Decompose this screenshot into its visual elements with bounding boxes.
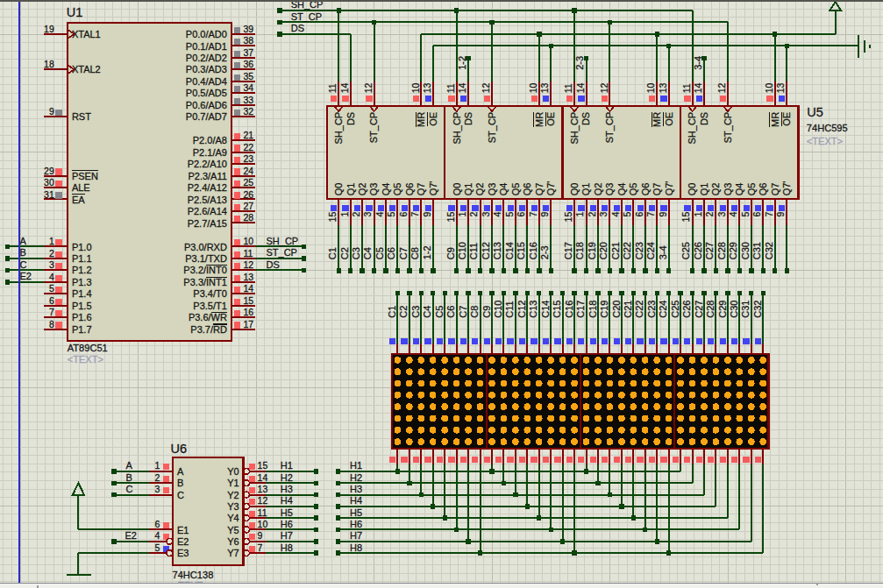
svg-text:Q1: Q1 bbox=[463, 183, 474, 196]
svg-text:Q4: Q4 bbox=[616, 183, 627, 196]
svg-text:C26: C26 bbox=[693, 242, 703, 259]
svg-text:Q6: Q6 bbox=[404, 183, 415, 196]
svg-text:2-3: 2-3 bbox=[574, 56, 585, 70]
svg-text:1: 1 bbox=[693, 212, 703, 217]
svg-text:11: 11 bbox=[244, 248, 253, 259]
svg-text:OE: OE bbox=[664, 112, 674, 126]
svg-text:Q4: Q4 bbox=[734, 183, 744, 196]
svg-text:C32: C32 bbox=[764, 242, 774, 259]
svg-text:E2: E2 bbox=[177, 536, 189, 547]
svg-text:1: 1 bbox=[339, 212, 350, 217]
svg-text:4: 4 bbox=[49, 272, 54, 282]
svg-text:1: 1 bbox=[574, 212, 585, 217]
svg-text:C8: C8 bbox=[469, 306, 480, 318]
svg-text:C5: C5 bbox=[374, 247, 385, 259]
svg-text:7: 7 bbox=[528, 212, 538, 217]
svg-text:13: 13 bbox=[539, 82, 550, 93]
svg-text:ST_CP: ST_CP bbox=[368, 112, 379, 143]
svg-text:C23: C23 bbox=[634, 242, 644, 259]
svg-text:2: 2 bbox=[587, 212, 597, 217]
svg-text:DS: DS bbox=[291, 23, 304, 33]
svg-text:DS: DS bbox=[267, 259, 280, 270]
svg-text:Q0: Q0 bbox=[452, 183, 462, 196]
svg-text:P0.0/AD0: P0.0/AD0 bbox=[186, 29, 227, 39]
svg-text:11: 11 bbox=[258, 507, 267, 518]
svg-text:10: 10 bbox=[764, 82, 774, 93]
svg-text:ST_CP: ST_CP bbox=[487, 112, 497, 143]
svg-text:Q7': Q7' bbox=[781, 181, 792, 196]
svg-text:74HC595: 74HC595 bbox=[807, 123, 848, 133]
svg-text:13: 13 bbox=[258, 484, 268, 494]
svg-text:P3.4/T0: P3.4/T0 bbox=[193, 288, 227, 299]
svg-text:H4: H4 bbox=[350, 495, 362, 506]
svg-text:3: 3 bbox=[154, 484, 160, 494]
svg-text:C23: C23 bbox=[646, 301, 657, 318]
svg-text:Q2: Q2 bbox=[710, 183, 721, 196]
svg-text:Q5: Q5 bbox=[392, 183, 402, 196]
svg-text:P3.3/INT1: P3.3/INT1 bbox=[183, 277, 227, 287]
svg-text:P2.2/A10: P2.2/A10 bbox=[188, 159, 227, 169]
svg-text:Q6: Q6 bbox=[758, 183, 768, 196]
svg-text:P3.2/INT0: P3.2/INT0 bbox=[183, 265, 227, 275]
svg-text:C7: C7 bbox=[398, 247, 409, 259]
svg-text:14: 14 bbox=[575, 82, 586, 93]
svg-text:22: 22 bbox=[244, 142, 254, 152]
svg-text:H5: H5 bbox=[281, 507, 293, 518]
svg-text:C8: C8 bbox=[409, 247, 420, 259]
svg-text:16: 16 bbox=[244, 307, 254, 317]
svg-text:33: 33 bbox=[244, 95, 254, 105]
svg-text:P1.5: P1.5 bbox=[72, 301, 92, 311]
svg-text:4: 4 bbox=[728, 212, 738, 217]
svg-text:15: 15 bbox=[327, 212, 338, 223]
svg-text:ALE: ALE bbox=[72, 182, 90, 193]
svg-text:12: 12 bbox=[481, 82, 491, 93]
svg-text:C25: C25 bbox=[670, 301, 680, 318]
svg-text:23: 23 bbox=[244, 153, 254, 164]
svg-text:SH_CP: SH_CP bbox=[569, 112, 580, 145]
svg-text:P1.1: P1.1 bbox=[72, 253, 92, 264]
svg-text:H2: H2 bbox=[281, 472, 293, 483]
svg-text:E2: E2 bbox=[20, 271, 32, 281]
svg-text:C22: C22 bbox=[622, 242, 632, 259]
svg-text:A: A bbox=[20, 236, 27, 246]
svg-text:9: 9 bbox=[422, 212, 432, 217]
svg-text:Y6: Y6 bbox=[227, 536, 239, 547]
svg-text:13: 13 bbox=[775, 82, 786, 93]
svg-text:<TEXT>: <TEXT> bbox=[68, 354, 103, 365]
svg-text:7: 7 bbox=[49, 307, 54, 317]
svg-text:Y7: Y7 bbox=[227, 548, 239, 558]
svg-text:C13: C13 bbox=[492, 242, 502, 259]
svg-text:Q7: Q7 bbox=[416, 183, 426, 196]
svg-text:Y2: Y2 bbox=[227, 490, 239, 500]
svg-text:C24: C24 bbox=[645, 242, 656, 259]
svg-text:C32: C32 bbox=[752, 301, 763, 318]
svg-text:SH_CP: SH_CP bbox=[452, 112, 462, 145]
svg-text:Q6: Q6 bbox=[522, 183, 532, 196]
svg-text:Q7': Q7' bbox=[428, 181, 438, 196]
svg-text:P0.6/AD6: P0.6/AD6 bbox=[186, 100, 227, 110]
svg-text:C18: C18 bbox=[587, 301, 598, 318]
svg-text:Q1: Q1 bbox=[580, 183, 591, 196]
svg-text:ST_CP: ST_CP bbox=[267, 247, 297, 258]
svg-text:C12: C12 bbox=[481, 242, 491, 259]
svg-text:C26: C26 bbox=[681, 301, 692, 318]
svg-text:11: 11 bbox=[327, 83, 338, 93]
svg-text:P2.3/A11: P2.3/A11 bbox=[188, 171, 226, 181]
svg-text:P3.6/WR: P3.6/WR bbox=[189, 312, 227, 322]
svg-text:C2: C2 bbox=[398, 306, 409, 318]
svg-text:C5: C5 bbox=[434, 306, 445, 318]
svg-text:C3: C3 bbox=[351, 247, 361, 259]
svg-text:7: 7 bbox=[258, 542, 263, 553]
svg-text:21: 21 bbox=[244, 130, 254, 140]
svg-text:H8: H8 bbox=[281, 542, 293, 553]
svg-text:Q7: Q7 bbox=[770, 183, 780, 196]
svg-text:C18: C18 bbox=[574, 242, 585, 259]
svg-text:H2: H2 bbox=[350, 472, 362, 483]
svg-text:P2.4/A12: P2.4/A12 bbox=[188, 182, 227, 193]
svg-text:H3: H3 bbox=[281, 484, 293, 494]
svg-text:C9: C9 bbox=[481, 306, 492, 318]
svg-text:9: 9 bbox=[49, 106, 54, 117]
svg-text:Q2: Q2 bbox=[593, 183, 603, 196]
svg-text:ST_CP: ST_CP bbox=[291, 11, 322, 22]
svg-text:Q1: Q1 bbox=[345, 183, 356, 196]
